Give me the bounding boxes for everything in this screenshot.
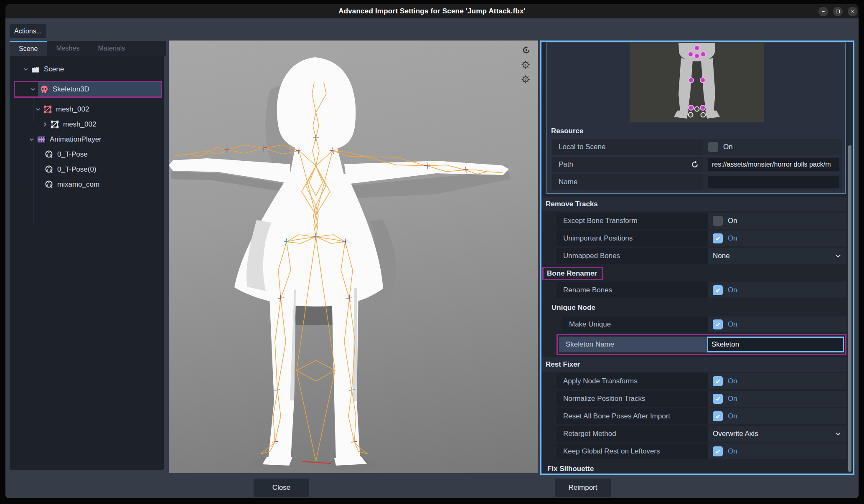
bone-map-preview-image[interactable] bbox=[630, 43, 764, 122]
animation-player-icon bbox=[37, 135, 46, 144]
normalize-position-tracks-checkbox[interactable] bbox=[713, 394, 723, 404]
reset-all-bone-poses-checkbox[interactable] bbox=[713, 411, 723, 421]
skeleton-name-annotation: Skeleton Name bbox=[557, 334, 846, 355]
animation-icon bbox=[44, 165, 53, 174]
property-row-make-unique: Make Unique On bbox=[562, 317, 846, 332]
property-row-local-to-scene: Local to Scene On bbox=[552, 139, 842, 155]
close-button[interactable]: Close bbox=[254, 479, 309, 497]
unmapped-bones-dropdown[interactable]: None bbox=[708, 248, 846, 264]
property-row-unmapped-bones: Unmapped Bones None bbox=[557, 248, 846, 264]
path-field[interactable]: res://assets/monster/horror dolls pack/m bbox=[708, 158, 839, 171]
property-row-keep-global-rest: Keep Global Rest on Leftovers On bbox=[557, 443, 846, 459]
titlebar[interactable]: Advanced Import Settings for Scene 'Jump… bbox=[5, 4, 859, 18]
inspector-panel: Resource Local to Scene On Path res://as… bbox=[540, 41, 854, 475]
tree-item-mesh-002[interactable]: mesh_002 bbox=[10, 102, 164, 117]
advanced-import-settings-window: Advanced Import Settings for Scene 'Jump… bbox=[0, 0, 864, 504]
chevron-down-icon bbox=[23, 67, 28, 72]
rotate-view-icon[interactable] bbox=[522, 46, 531, 55]
tab-strip: Scene Meshes Materials bbox=[10, 41, 166, 56]
inspector-scrollbar bbox=[848, 42, 852, 474]
mesh-icon bbox=[50, 120, 59, 129]
property-row-apply-node-transforms: Apply Node Transforms On bbox=[557, 373, 846, 389]
tree-item-skeleton3d[interactable]: Skeleton3D bbox=[14, 81, 162, 98]
tree-item-animation-player[interactable]: AnimationPlayer bbox=[10, 132, 164, 147]
section-header-resource: Resource bbox=[547, 124, 845, 138]
character-preview-render bbox=[169, 41, 538, 473]
tab-materials[interactable]: Materials bbox=[89, 41, 134, 56]
window-title: Advanced Import Settings for Scene 'Jump… bbox=[338, 7, 526, 15]
mesh-instance-icon bbox=[43, 105, 52, 114]
section-header-bone-renamer: Bone Renamer bbox=[541, 266, 846, 281]
reload-path-icon[interactable] bbox=[691, 160, 699, 169]
bone-renamer-annotation: Bone Renamer bbox=[542, 267, 603, 280]
legs-bone-map-graphic bbox=[630, 43, 764, 122]
light-2-toggle-icon[interactable]: 2 bbox=[521, 75, 530, 84]
animation-icon bbox=[44, 150, 53, 159]
reimport-button[interactable]: Reimport bbox=[555, 479, 611, 497]
tree-item-scene[interactable]: Scene bbox=[10, 62, 164, 77]
retarget-method-dropdown[interactable]: Overwrite Axis bbox=[708, 426, 846, 442]
maximize-button[interactable] bbox=[833, 7, 843, 16]
svg-text:1: 1 bbox=[524, 63, 526, 67]
name-field[interactable] bbox=[708, 176, 839, 188]
section-header-remove-tracks: Remove Tracks bbox=[541, 197, 846, 211]
bone-map-preview-strip bbox=[547, 43, 845, 122]
chevron-right-icon bbox=[43, 122, 48, 127]
property-row-rename-bones: Rename Bones On bbox=[557, 282, 846, 298]
section-header-fix-silhouette: Fix Silhouette bbox=[541, 462, 846, 475]
selected-row-highlight: Skeleton3D bbox=[38, 82, 161, 96]
animation-icon bbox=[44, 180, 53, 189]
property-row-except-bone-transform: Except Bone Transform On bbox=[557, 213, 846, 229]
tab-meshes[interactable]: Meshes bbox=[47, 41, 89, 56]
rename-bones-checkbox[interactable] bbox=[713, 285, 723, 295]
scene-icon bbox=[31, 65, 40, 74]
property-row-skeleton-name: Skeleton Name bbox=[559, 337, 844, 352]
property-row-unimportant-positions: Unimportant Positions On bbox=[557, 230, 846, 246]
minimize-icon: − bbox=[822, 9, 825, 14]
tree-item-0-t-pose[interactable]: 0_T-Pose bbox=[10, 147, 164, 162]
property-row-retarget-method: Retarget Method Overwrite Axis bbox=[557, 426, 846, 442]
tree-item-0-t-pose-0[interactable]: 0_T-Pose(0) bbox=[10, 162, 164, 177]
section-header-rest-fixer: Rest Fixer bbox=[541, 357, 846, 372]
scrollbar-thumb[interactable] bbox=[848, 145, 851, 472]
close-window-button[interactable]: × bbox=[848, 7, 857, 16]
except-bone-transform-checkbox[interactable] bbox=[713, 216, 723, 226]
3d-viewport[interactable]: 1 2 bbox=[169, 41, 538, 473]
tree-item-mesh-002-child[interactable]: mesh_002 bbox=[10, 117, 164, 132]
chevron-down-icon bbox=[835, 253, 841, 259]
resource-subpanel: Resource Local to Scene On Path res://as… bbox=[546, 43, 846, 194]
scene-tree-panel: Scene Skeleton3D mesh_002 mesh_002 Anima… bbox=[10, 56, 164, 470]
skeleton-name-input[interactable] bbox=[707, 337, 844, 352]
apply-node-transforms-checkbox[interactable] bbox=[713, 376, 723, 386]
maximize-icon bbox=[836, 10, 840, 13]
chevron-down-icon bbox=[29, 137, 34, 142]
minimize-button[interactable]: − bbox=[818, 7, 828, 16]
unimportant-positions-checkbox[interactable] bbox=[713, 233, 723, 243]
chevron-down-icon bbox=[30, 87, 36, 92]
actions-button[interactable]: Actions... bbox=[10, 24, 46, 38]
chevron-down-icon bbox=[835, 431, 841, 437]
light-1-toggle-icon[interactable]: 1 bbox=[521, 60, 530, 69]
chevron-down-icon bbox=[36, 107, 41, 112]
property-row-reset-all-bone-poses: Reset All Bone Poses After Import On bbox=[557, 408, 846, 424]
svg-text:2: 2 bbox=[524, 78, 526, 82]
local-to-scene-checkbox[interactable] bbox=[708, 142, 718, 152]
close-icon: × bbox=[851, 9, 854, 14]
keep-global-rest-checkbox[interactable] bbox=[713, 446, 723, 456]
property-row-path: Path res://assets/monster/horror dolls p… bbox=[552, 157, 842, 172]
skeleton3d-icon bbox=[40, 85, 49, 94]
property-row-normalize-position-tracks: Normalize Position Tracks On bbox=[557, 391, 846, 407]
make-unique-checkbox[interactable] bbox=[713, 319, 723, 329]
tab-scene[interactable]: Scene bbox=[10, 41, 47, 56]
section-header-unique-node: Unique Node bbox=[541, 301, 846, 315]
property-row-name: Name bbox=[552, 174, 842, 190]
tree-item-mixamo-com[interactable]: mixamo_com bbox=[10, 177, 164, 192]
